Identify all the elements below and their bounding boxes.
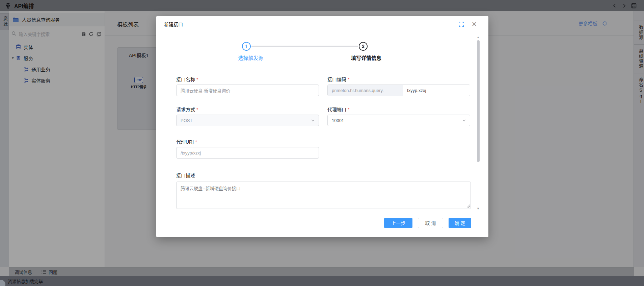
scroll-down-icon[interactable]: ▼ [477, 207, 480, 210]
scroll-up-icon[interactable]: ▲ [477, 35, 480, 39]
interface-code-input[interactable] [403, 85, 470, 96]
interface-code-group: primeton.hr.humans.query. [327, 85, 470, 96]
proxy-port-value: 10001 [332, 118, 344, 123]
cancel-button[interactable]: 取 消 [418, 218, 443, 228]
scrollbar-thumb[interactable] [477, 40, 480, 162]
chevron-down-icon [462, 118, 466, 122]
field-label-method: 请求方式* [176, 106, 198, 113]
required-mark: * [348, 107, 349, 112]
required-mark: * [196, 107, 198, 112]
step-1-circle: 1 [242, 42, 251, 51]
request-method-value: POST [181, 118, 192, 123]
confirm-button[interactable]: 确 定 [449, 218, 471, 228]
required-mark: * [196, 77, 198, 82]
required-mark: * [195, 139, 197, 145]
required-mark: * [348, 77, 349, 82]
new-interface-dialog: 新建接口 ✕ 1 2 选择触发源 填写详情信息 接口名称* 接口编码* prim… [156, 16, 488, 237]
proxy-uri-input[interactable] [176, 147, 319, 159]
field-label-desc: 接口描述 [176, 172, 195, 178]
stepper: 1 2 [156, 42, 488, 51]
request-method-select[interactable]: POST [176, 115, 319, 126]
step-1-label: 选择触发源 [238, 54, 263, 61]
field-label-port: 代理端口* [327, 106, 349, 113]
dialog-footer: 上一步 取 消 确 定 [156, 217, 488, 228]
interface-desc-textarea[interactable]: 腾讯云硬盘--新增硬盘询价接口 [176, 182, 471, 209]
chevron-down-icon [311, 118, 315, 122]
field-label-code: 接口编码* [327, 76, 349, 82]
code-prefix-addon: primeton.hr.humans.query. [328, 85, 403, 96]
field-label-name: 接口名称* [176, 76, 198, 82]
fullscreen-icon[interactable] [459, 22, 464, 27]
proxy-port-select[interactable]: 10001 [327, 115, 470, 126]
step-2-circle: 2 [359, 42, 368, 51]
step-connector [251, 46, 358, 47]
previous-step-button[interactable]: 上一步 [384, 218, 412, 228]
dialog-title: 新建接口 [164, 21, 183, 27]
app-window: API编排 资源 人员信息查询服务 [0, 0, 644, 286]
interface-name-input[interactable] [176, 85, 319, 96]
step-2-label: 填写详情信息 [351, 54, 381, 61]
close-icon[interactable]: ✕ [472, 21, 477, 27]
field-label-uri: 代理URI* [176, 138, 197, 145]
